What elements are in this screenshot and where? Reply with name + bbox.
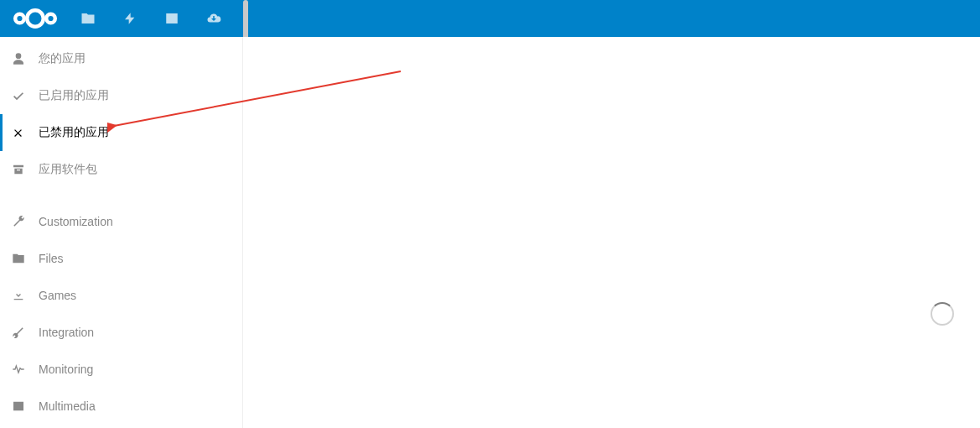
sidebar-item-label: Integration <box>39 326 94 339</box>
svg-point-1 <box>15 14 24 23</box>
topbar <box>0 0 980 37</box>
nextcloud-logo[interactable] <box>8 6 67 31</box>
download-tray-icon <box>12 289 32 302</box>
sidebar-item-multimedia[interactable]: Multimedia <box>0 388 242 425</box>
image-icon <box>12 399 32 413</box>
sidebar-item-enabled-apps[interactable]: 已启用的应用 <box>0 77 242 114</box>
files-icon[interactable] <box>67 0 109 37</box>
sidebar-item-label: 应用软件包 <box>39 162 97 177</box>
content-area <box>243 37 980 428</box>
sidebar-item-label: Files <box>39 252 64 265</box>
sidebar-item-label: 您的应用 <box>39 51 86 66</box>
svg-point-2 <box>46 14 55 23</box>
sidebar-item-label: Multimedia <box>39 399 96 413</box>
sidebar-divider <box>0 188 242 203</box>
pulse-icon <box>12 363 32 376</box>
sidebar-item-label: Games <box>39 289 76 302</box>
wrench-icon <box>12 215 32 228</box>
sidebar-item-your-apps[interactable]: 您的应用 <box>0 40 242 77</box>
sidebar-item-files[interactable]: Files <box>0 240 242 277</box>
sidebar: 您的应用 已启用的应用 已禁用的应用 应用软件包 Customiza <box>0 37 243 428</box>
sidebar-item-label: 已禁用的应用 <box>39 125 109 140</box>
wrench2-icon <box>12 326 32 339</box>
svg-point-0 <box>27 10 43 26</box>
sidebar-item-label: 已启用的应用 <box>39 88 109 103</box>
download-cloud-icon[interactable] <box>193 0 235 37</box>
folder-icon <box>12 252 32 265</box>
sidebar-item-app-bundles[interactable]: 应用软件包 <box>0 151 242 188</box>
sidebar-item-customization[interactable]: Customization <box>0 203 242 240</box>
close-icon <box>12 127 32 139</box>
sidebar-item-label: Monitoring <box>39 363 93 376</box>
sidebar-item-label: Customization <box>39 215 113 228</box>
main: 您的应用 已启用的应用 已禁用的应用 应用软件包 Customiza <box>0 37 980 428</box>
sidebar-item-games[interactable]: Games <box>0 277 242 314</box>
sidebar-item-disabled-apps[interactable]: 已禁用的应用 <box>0 114 242 151</box>
gallery-icon[interactable] <box>151 0 193 37</box>
loading-spinner <box>931 302 954 326</box>
activity-icon[interactable] <box>109 0 151 37</box>
user-icon <box>12 52 32 65</box>
check-icon <box>12 89 32 102</box>
archive-icon <box>12 163 32 176</box>
sidebar-item-monitoring[interactable]: Monitoring <box>0 351 242 388</box>
sidebar-item-integration[interactable]: Integration <box>0 314 242 351</box>
